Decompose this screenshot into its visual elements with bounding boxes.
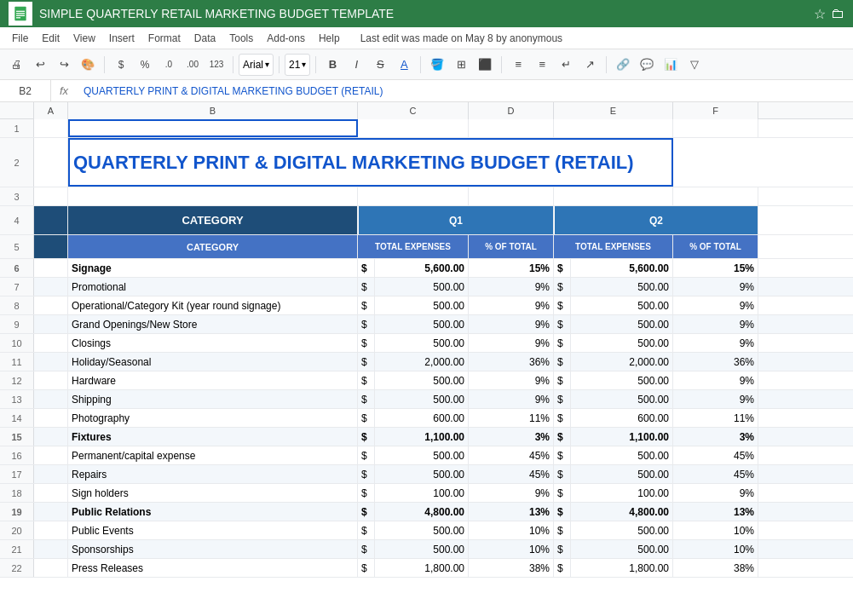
cell-a11[interactable] [34,353,68,371]
cell-c16-val[interactable]: 500.00 [375,446,469,464]
cell-d13-pct[interactable]: 9% [469,390,554,408]
cell-c22-val[interactable]: 1,800.00 [375,559,469,577]
cell-c7-dollar[interactable]: $ [358,278,375,296]
cell-e14-dollar[interactable]: $ [554,409,571,427]
cell-f11-pct[interactable]: 36% [673,353,758,371]
cell-c22-dollar[interactable]: $ [358,559,375,577]
cell-b6-cat[interactable]: Signage [68,259,358,277]
cell-c1[interactable] [358,119,469,137]
cell-c13-val[interactable]: 500.00 [375,390,469,408]
cell-b5-cat-header[interactable]: CATEGORY [68,235,358,258]
cell-f22-pct[interactable]: 38% [673,559,758,577]
cell-b17-cat[interactable]: Repairs [68,465,358,483]
cell-b13-cat[interactable]: Shipping [68,390,358,408]
cell-c21-val[interactable]: 500.00 [375,540,469,558]
cell-e11-dollar[interactable]: $ [554,353,571,371]
cell-e7-dollar[interactable]: $ [554,278,571,296]
cell-d20-pct[interactable]: 10% [469,521,554,539]
cell-f20-pct[interactable]: 10% [673,521,758,539]
cell-b10-cat[interactable]: Closings [68,334,358,352]
cell-a12[interactable] [34,371,68,389]
folder-icon[interactable]: 🗀 [831,6,844,21]
cell-a4[interactable] [34,206,68,234]
cell-f14-pct[interactable]: 11% [673,409,758,427]
cell-d19-pct[interactable]: 13% [469,503,554,521]
cell-c8-dollar[interactable]: $ [358,296,375,314]
cell-f19-pct[interactable]: 13% [673,503,758,521]
paint-format-icon[interactable]: 🎨 [77,54,99,76]
italic-button[interactable]: I [345,54,367,76]
cell-a14[interactable] [34,409,68,427]
font-selector[interactable]: Arial ▾ [239,54,274,76]
cell-f12-pct[interactable]: 9% [673,371,758,389]
cell-d12-pct[interactable]: 9% [469,371,554,389]
cell-d16-pct[interactable]: 45% [469,446,554,464]
menu-insert[interactable]: Insert [104,31,140,46]
cell-e12-val[interactable]: 500.00 [571,371,673,389]
cell-d17-pct[interactable]: 45% [469,465,554,483]
cell-a21[interactable] [34,540,68,558]
cell-a8[interactable] [34,296,68,314]
percent-icon[interactable]: % [134,54,156,76]
cell-a16[interactable] [34,446,68,464]
cell-ef4-q2[interactable]: Q2 [554,206,758,234]
cell-b12-cat[interactable]: Hardware [68,371,358,389]
cell-d10-pct[interactable]: 9% [469,334,554,352]
cell-c19-dollar[interactable]: $ [358,503,375,521]
cell-c14-dollar[interactable]: $ [358,409,375,427]
strikethrough-button[interactable]: S [369,54,391,76]
cell-c17-val[interactable]: 500.00 [375,465,469,483]
cell-c8-val[interactable]: 500.00 [375,296,469,314]
menu-addons[interactable]: Add-ons [262,31,310,46]
cell-a13[interactable] [34,390,68,408]
cell-c10-dollar[interactable]: $ [358,334,375,352]
cell-f17-pct[interactable]: 45% [673,465,758,483]
cell-c18-dollar[interactable]: $ [358,484,375,502]
cell-b8-cat[interactable]: Operational/Category Kit (year round sig… [68,296,358,314]
cell-d7-pct[interactable]: 9% [469,278,554,296]
star-icon[interactable]: ☆ [814,6,826,22]
cell-f13-pct[interactable]: 9% [673,390,758,408]
cell-e14-val[interactable]: 600.00 [571,409,673,427]
link-button[interactable]: 🔗 [612,54,634,76]
cell-c6-dollar[interactable]: $ [358,259,375,277]
text-color-button[interactable]: A [393,54,415,76]
cell-a7[interactable] [34,278,68,296]
comment-button[interactable]: 💬 [636,54,658,76]
cell-f16-pct[interactable]: 45% [673,446,758,464]
cell-c13-dollar[interactable]: $ [358,390,375,408]
font-size-dropdown-icon[interactable]: ▾ [302,60,306,69]
menu-view[interactable]: View [68,31,101,46]
cell-d22-pct[interactable]: 38% [469,559,554,577]
cell-f18-pct[interactable]: 9% [673,484,758,502]
redo-icon[interactable]: ↪ [53,54,75,76]
cell-b7-cat[interactable]: Promotional [68,278,358,296]
cell-b15-cat[interactable]: Fixtures [68,428,358,446]
cell-e19-dollar[interactable]: $ [554,503,571,521]
cell-e13-val[interactable]: 500.00 [571,390,673,408]
cell-e17-val[interactable]: 500.00 [571,465,673,483]
cell-d8-pct[interactable]: 9% [469,296,554,314]
cell-c21-dollar[interactable]: $ [358,540,375,558]
cell-d9-pct[interactable]: 9% [469,315,554,333]
align-center-button[interactable]: ≡ [531,54,553,76]
cell-e13-dollar[interactable]: $ [554,390,571,408]
cell-e20-dollar[interactable]: $ [554,521,571,539]
cell-a5[interactable] [34,235,68,258]
cell-d5-pct[interactable]: % OF TOTAL [469,235,554,258]
cell-e8-dollar[interactable]: $ [554,296,571,314]
cell-d1[interactable] [469,119,554,137]
cell-a1[interactable] [34,119,68,137]
cell-c17-dollar[interactable]: $ [358,465,375,483]
cell-d3[interactable] [469,187,554,205]
cell-reference[interactable]: B2 [0,80,51,102]
cell-e18-dollar[interactable]: $ [554,484,571,502]
cell-a20[interactable] [34,521,68,539]
align-left-button[interactable]: ≡ [507,54,529,76]
cell-c11-dollar[interactable]: $ [358,353,375,371]
cell-e18-val[interactable]: 100.00 [571,484,673,502]
cell-e5-total[interactable]: TOTAL EXPENSES [554,235,673,258]
cell-f5-pct[interactable]: % OF TOTAL [673,235,758,258]
cell-c11-val[interactable]: 2,000.00 [375,353,469,371]
fill-color-button[interactable]: 🪣 [426,54,448,76]
